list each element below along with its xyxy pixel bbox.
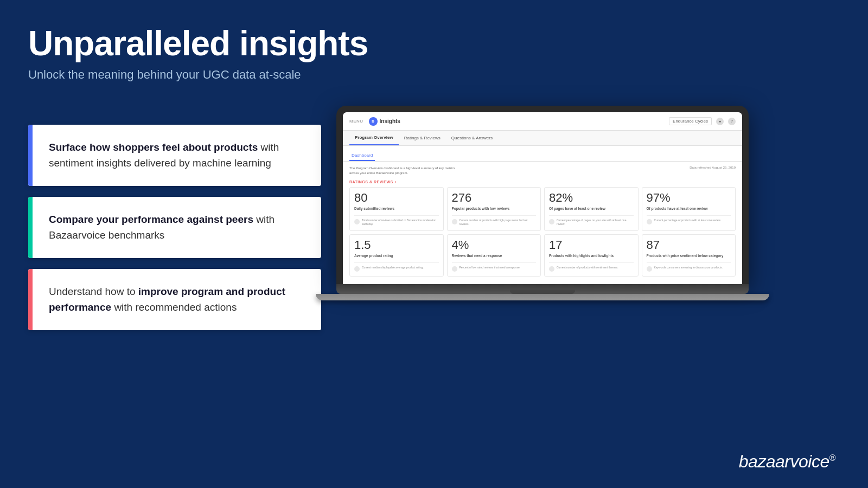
logo-b: b	[372, 119, 374, 124]
nav-questions-answers[interactable]: Questions & Answers	[446, 131, 498, 145]
metric-divider-17: Current number of products with sentimen…	[549, 262, 634, 272]
metric-icon-4	[452, 266, 457, 272]
metric-card-15: 1.5 Average product rating Current media…	[349, 234, 444, 277]
dashboard-tab[interactable]: Dashboard	[349, 152, 375, 161]
metric-icon-15	[354, 266, 360, 272]
metric-divider-4: Percent of low rated reviews that need a…	[452, 262, 537, 272]
feature-cards: Surface how shoppers feel about products…	[28, 125, 321, 330]
card-accent-red	[28, 269, 33, 330]
benchmarks-card: Compare your performance against peers w…	[28, 197, 321, 258]
metric-desc-97: Current percentage of products with at l…	[654, 219, 722, 222]
sentiment-card-text: Surface how shoppers feel about products…	[49, 140, 305, 171]
metric-icon-82	[549, 219, 554, 224]
metric-icon-97	[647, 219, 652, 224]
metric-desc-15: Current median displayable average produ…	[362, 266, 424, 269]
improve-card-text: Understand how to improve program and pr…	[49, 284, 305, 315]
metric-card-80: 80 Daily submitted reviews Total number …	[349, 187, 444, 231]
metric-value-97: 97%	[647, 192, 731, 204]
metric-label-17: Products with highlights and lowlights	[549, 253, 634, 258]
metrics-row-1: 80 Daily submitted reviews Total number …	[349, 187, 736, 231]
metric-divider-97: Current percentage of products with at l…	[647, 215, 731, 224]
improve-bold: improve program and product performance	[49, 286, 285, 313]
db-subnav: Program Overview Ratings & Reviews Quest…	[343, 131, 742, 146]
metric-divider-80: Total number of reviews submitted to Baz…	[354, 215, 439, 226]
metric-card-87: 87 Products with price sentiment below c…	[642, 234, 736, 277]
logo-text: Insights	[380, 118, 400, 124]
metrics-row-2: 1.5 Average product rating Current media…	[349, 234, 736, 277]
menu-label: MENU	[349, 119, 363, 124]
laptop-mockup: MENU b Insights Endurance Cycles ● ?	[336, 106, 749, 300]
sentiment-bold: Surface how shoppers feel about products	[49, 142, 258, 153]
laptop-base	[336, 284, 749, 294]
help-icon: ?	[728, 118, 736, 125]
benchmarks-bold: Compare your performance against peers	[49, 214, 253, 225]
user-icon: ●	[716, 118, 724, 125]
metric-value-82: 82%	[549, 192, 634, 204]
card-accent-teal	[28, 197, 33, 258]
db-tabbar: Dashboard	[343, 146, 742, 162]
metric-icon-276	[452, 219, 457, 224]
metric-card-276: 276 Popular products with low reviews Cu…	[447, 187, 541, 231]
metric-value-80: 80	[354, 192, 439, 204]
metric-icon-87	[647, 266, 652, 272]
card-content-3: Understand how to improve program and pr…	[33, 269, 321, 330]
metric-label-15: Average product rating	[354, 253, 439, 258]
brand-name: bazaarvoice	[739, 452, 829, 471]
db-description-row: The Program Overview dashboard is a high…	[349, 166, 736, 176]
metric-value-17: 17	[549, 239, 634, 251]
metric-divider-15: Current median displayable average produ…	[354, 262, 439, 272]
metric-divider-82: Current percentage of pages on your site…	[549, 215, 634, 226]
metric-label-97: Of products have at least one review	[647, 206, 731, 211]
card-accent-blue	[28, 125, 33, 186]
nav-ratings-reviews[interactable]: Ratings & Reviews	[399, 131, 446, 145]
metric-value-15: 1.5	[354, 239, 439, 251]
metric-card-82: 82% Of pages have at least one review Cu…	[544, 187, 639, 231]
company-name: Endurance Cycles	[669, 117, 712, 125]
improve-card: Understand how to improve program and pr…	[28, 269, 321, 330]
db-topbar: MENU b Insights Endurance Cycles ● ?	[343, 112, 742, 131]
laptop-bottom	[316, 294, 769, 300]
metric-desc-17: Current number of products with sentimen…	[557, 266, 618, 269]
db-content: The Program Overview dashboard is a high…	[343, 162, 742, 284]
metric-label-4: Reviews that need a response	[452, 253, 537, 258]
dashboard-ui: MENU b Insights Endurance Cycles ● ?	[343, 112, 742, 284]
metric-desc-80: Total number of reviews submitted to Baz…	[362, 219, 439, 226]
benchmarks-card-text: Compare your performance against peers w…	[49, 212, 305, 243]
main-title: Unparalleled insights	[28, 24, 368, 62]
db-topbar-right: Endurance Cycles ● ?	[669, 117, 736, 125]
db-logo: b Insights	[369, 117, 400, 126]
metric-desc-276: Current number of products with high pag…	[459, 219, 537, 226]
metric-label-80: Daily submitted reviews	[354, 206, 439, 211]
metric-value-276: 276	[452, 192, 537, 204]
metric-value-4: 4%	[452, 239, 537, 251]
section-title-text: RATINGS & REVIEWS	[349, 180, 393, 184]
metric-desc-4: Percent of low rated reviews that need a…	[459, 266, 521, 269]
laptop-screen-inner: MENU b Insights Endurance Cycles ● ?	[343, 112, 742, 284]
metric-icon-80	[354, 219, 360, 224]
card-content: Surface how shoppers feel about products…	[33, 125, 321, 186]
metric-label-87: Products with price sentiment below cate…	[647, 253, 731, 258]
metric-icon-17	[549, 266, 554, 272]
metric-value-87: 87	[647, 239, 731, 251]
db-description: The Program Overview dashboard is a high…	[349, 166, 458, 176]
header-section: Unparalleled insights Unlock the meaning…	[28, 24, 368, 82]
metric-divider-87: Keywords consumers are using to discuss …	[647, 262, 731, 272]
metric-card-4: 4% Reviews that need a response Percent …	[447, 234, 541, 277]
nav-program-overview[interactable]: Program Overview	[349, 131, 399, 145]
card-content-2: Compare your performance against peers w…	[33, 197, 321, 258]
metric-label-276: Popular products with low reviews	[452, 206, 537, 211]
metric-card-17: 17 Products with highlights and lowlight…	[544, 234, 639, 277]
subtitle: Unlock the meaning behind your UGC data …	[28, 68, 368, 82]
metric-divider-276: Current number of products with high pag…	[452, 215, 537, 226]
registered-mark: ®	[829, 453, 835, 463]
db-topbar-left: MENU b Insights	[349, 117, 400, 126]
metric-label-82: Of pages have at least one review	[549, 206, 634, 211]
logo-circle: b	[369, 117, 378, 126]
sentiment-card: Surface how shoppers feel about products…	[28, 125, 321, 186]
metric-desc-82: Current percentage of pages on your site…	[557, 219, 634, 226]
metric-card-97: 97% Of products have at least one review…	[642, 187, 736, 231]
brand-logo: bazaarvoice®	[739, 452, 835, 472]
section-arrow: ›	[395, 180, 397, 184]
laptop-screen-outer: MENU b Insights Endurance Cycles ● ?	[336, 106, 749, 284]
section-title: RATINGS & REVIEWS ›	[349, 180, 736, 184]
